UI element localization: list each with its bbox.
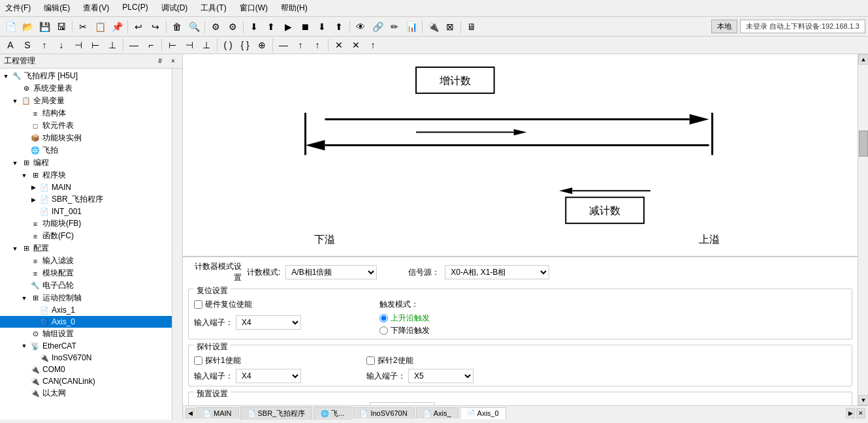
t2-btn8[interactable]: — (126, 37, 142, 53)
menu-tools[interactable]: 工具(T) (198, 1, 229, 15)
tree-item-main[interactable]: ▶📄MAIN (0, 181, 172, 193)
tree-expand-icon[interactable]: ▼ (1, 72, 10, 81)
tree-item-motionaxis[interactable]: ▼⊞运动控制轴 (0, 292, 172, 304)
close-panel-button[interactable]: × (168, 56, 178, 67)
download2-btn[interactable]: ⬇ (314, 19, 330, 35)
tree-item-sysvar[interactable]: ⊛系统变量表 (0, 82, 172, 95)
t2-btn1[interactable]: A (3, 37, 18, 53)
tree-expand-icon[interactable]: ▼ (10, 159, 20, 168)
tree-item-funcblock[interactable]: 📦功能块实例 (0, 132, 172, 144)
input-terminal-select2[interactable]: X4 (236, 369, 301, 383)
pin-button[interactable]: # (155, 56, 165, 67)
t2-btn15[interactable]: ⊕ (254, 37, 270, 53)
upload2-btn[interactable]: ⬆ (331, 19, 347, 35)
tree-item-sbr[interactable]: ▶📄SBR_飞拍程序 (0, 193, 172, 206)
input-terminal-select3[interactable]: X5 (408, 369, 474, 383)
tree-item-program[interactable]: ▼⊞编程 (0, 157, 172, 169)
t2-btn10[interactable]: ⊢ (165, 37, 180, 53)
tree-expand-icon[interactable]: ▶ (29, 183, 38, 192)
scroll-track[interactable] (858, 65, 868, 395)
new-btn[interactable]: 📄 (3, 19, 18, 35)
t2-btn19[interactable]: ✕ (331, 37, 347, 53)
tree-item-fc[interactable]: ≡函数(FC) (0, 230, 172, 242)
edit-btn[interactable]: ✏ (387, 19, 402, 35)
tree-item-int001[interactable]: 📄INT_001 (0, 206, 172, 217)
menu-plc[interactable]: PLC(P) (120, 1, 150, 15)
stop-btn[interactable]: ⏹ (297, 19, 313, 35)
hardware-reset-checkbox-label[interactable]: 硬件复位使能 (194, 299, 252, 310)
scroll-down-btn[interactable]: ▼ (858, 395, 868, 405)
tab-inosv[interactable]: 📄 InoSV670N (353, 407, 414, 418)
t2-btn6[interactable]: ⊢ (88, 37, 103, 53)
trigger-down-radio[interactable] (379, 326, 388, 335)
menu-debug[interactable]: 调试(D) (159, 1, 191, 15)
t2-btn5[interactable]: ⊣ (71, 37, 86, 53)
tab-axis-[interactable]: 📄 Axis_ (416, 407, 458, 418)
menu-file[interactable]: 文件(F) (3, 1, 33, 15)
tab-close-btn[interactable]: ✕ (856, 408, 865, 418)
input-terminal-select1[interactable]: X4 (236, 315, 301, 330)
count-mode-select[interactable]: A/B相1倍频 (285, 265, 377, 279)
tab-scroll-right[interactable]: ▶ (846, 408, 855, 418)
tree-item-canlink[interactable]: 🔌CAN(CANLink) (0, 375, 172, 387)
menu-edit[interactable]: 编辑(E) (41, 1, 72, 15)
tab-sbr[interactable]: 📄 SBR_飞拍程序 (240, 407, 313, 420)
connect-btn[interactable]: 🔌 (425, 19, 441, 35)
tree-item-fb[interactable]: ≡功能块(FB) (0, 217, 172, 230)
comm-btn[interactable]: 🔗 (370, 19, 385, 35)
redo-btn[interactable]: ↪ (148, 19, 163, 35)
paste-btn[interactable]: 📌 (109, 19, 125, 35)
scope-btn[interactable]: 📊 (404, 19, 419, 35)
menu-window[interactable]: 窗口(W) (237, 1, 270, 15)
tree-item-feipai[interactable]: 🌐飞拍 (0, 144, 172, 157)
tree-expand-icon[interactable]: ▼ (20, 171, 29, 180)
find-btn[interactable]: 🔍 (186, 19, 202, 35)
open-btn[interactable]: 📂 (20, 19, 35, 35)
run-btn[interactable]: ▶ (280, 19, 296, 35)
t2-btn12[interactable]: ⊥ (199, 37, 214, 53)
probe1-checkbox-label[interactable]: 探针1使能 (194, 355, 301, 366)
tree-item-softelement[interactable]: □软元件表 (0, 119, 172, 132)
tab-axis0[interactable]: 📄 Axis_0 (460, 407, 506, 419)
t2-btn7[interactable]: ⊥ (104, 37, 120, 53)
trigger-up-radio[interactable] (379, 314, 388, 322)
download-btn[interactable]: ⬇ (246, 19, 262, 35)
disconnect-btn[interactable]: ⊠ (442, 19, 458, 35)
copy-btn[interactable]: 📋 (92, 19, 108, 35)
t2-btn13[interactable]: ( ) (220, 37, 236, 53)
tree-item-root[interactable]: ▼🔧飞拍程序 [H5U] (0, 70, 172, 82)
scroll-up-btn[interactable]: ▲ (858, 54, 868, 65)
t2-btn2[interactable]: S (20, 37, 35, 53)
menu-help[interactable]: 帮助(H) (278, 1, 310, 15)
t2-btn11[interactable]: ⊣ (182, 37, 197, 53)
tree-item-moduleconfig[interactable]: ≡模块配置 (0, 267, 172, 279)
t2-btn21[interactable]: ↑ (365, 37, 381, 53)
monitor-btn[interactable]: 👁 (353, 19, 368, 35)
trigger-down-radio-label[interactable]: 下降沿触发 (379, 325, 430, 336)
tree-expand-icon[interactable]: ▼ (10, 97, 20, 106)
menu-view[interactable]: 查看(V) (80, 1, 112, 15)
hardware-reset-checkbox[interactable] (194, 300, 202, 309)
save-btn[interactable]: 💾 (37, 19, 52, 35)
tree-expand-icon[interactable]: ▼ (20, 341, 29, 351)
t2-btn18[interactable]: ↑ (310, 37, 325, 53)
tree-item-inputfilter[interactable]: ≡输入滤波 (0, 255, 172, 267)
tree-item-struct[interactable]: ≡结构体 (0, 107, 172, 119)
tree-item-ethercat[interactable]: ▼📡EtherCAT (0, 340, 172, 352)
cut-btn[interactable]: ✂ (75, 19, 91, 35)
t2-btn14[interactable]: { } (237, 37, 253, 53)
save-all-btn[interactable]: 🖫 (54, 19, 69, 35)
canvas-area[interactable]: 增计数 (183, 54, 858, 257)
t2-btn20[interactable]: ✕ (348, 37, 364, 53)
tree-item-progblock[interactable]: ▼⊞程序块 (0, 169, 172, 181)
compile-btn[interactable]: ⚙ (208, 19, 223, 35)
probe1-checkbox[interactable] (194, 356, 202, 365)
t2-btn16[interactable]: — (276, 37, 291, 53)
tab-scroll-left[interactable]: ◀ (185, 408, 195, 418)
tree-scrollbar[interactable] (172, 69, 182, 420)
t2-btn17[interactable]: ↑ (293, 37, 308, 53)
tree-item-electroncam[interactable]: 🔧电子凸轮 (0, 279, 172, 292)
tree-item-config[interactable]: ▼⊞配置 (0, 242, 172, 255)
tree-expand-icon[interactable]: ▼ (20, 294, 29, 303)
tab-main[interactable]: 📄 MAIN (196, 407, 239, 418)
